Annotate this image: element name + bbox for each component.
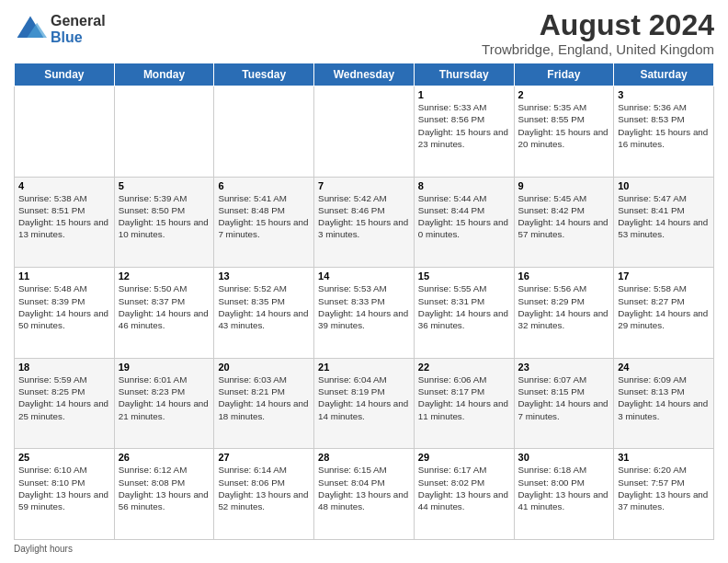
- calendar-cell: 26Sunrise: 6:12 AM Sunset: 8:08 PM Dayli…: [114, 449, 214, 540]
- calendar-cell: [114, 86, 214, 178]
- calendar-cell: 1Sunrise: 5:33 AM Sunset: 8:56 PM Daylig…: [414, 86, 514, 178]
- day-info: Sunrise: 5:35 AM Sunset: 8:55 PM Dayligh…: [518, 101, 610, 150]
- logo-blue-text: Blue: [51, 29, 106, 46]
- calendar-cell: 17Sunrise: 5:58 AM Sunset: 8:27 PM Dayli…: [614, 268, 714, 359]
- calendar-week-5: 25Sunrise: 6:10 AM Sunset: 8:10 PM Dayli…: [15, 449, 714, 540]
- logo-icon: [14, 13, 47, 46]
- day-number: 3: [618, 89, 710, 100]
- day-number: 30: [518, 452, 610, 463]
- day-info: Sunrise: 6:07 AM Sunset: 8:15 PM Dayligh…: [518, 373, 610, 422]
- calendar-cell: 28Sunrise: 6:15 AM Sunset: 8:04 PM Dayli…: [314, 449, 415, 540]
- day-number: 12: [119, 270, 210, 282]
- calendar-cell: 11Sunrise: 5:48 AM Sunset: 8:39 PM Dayli…: [15, 268, 115, 359]
- day-number: 18: [18, 362, 110, 373]
- calendar-table: SundayMondayTuesdayWednesdayThursdayFrid…: [14, 63, 714, 540]
- calendar-cell: 14Sunrise: 5:53 AM Sunset: 8:33 PM Dayli…: [314, 268, 415, 359]
- day-number: 22: [418, 362, 510, 373]
- day-info: Sunrise: 5:47 AM Sunset: 8:41 PM Dayligh…: [618, 192, 710, 241]
- day-info: Sunrise: 6:18 AM Sunset: 8:00 PM Dayligh…: [518, 464, 610, 512]
- day-number: 23: [518, 362, 610, 373]
- calendar-cell: 8Sunrise: 5:44 AM Sunset: 8:44 PM Daylig…: [414, 177, 514, 268]
- calendar-cell: 25Sunrise: 6:10 AM Sunset: 8:10 PM Dayli…: [15, 449, 115, 540]
- col-header-sunday: Sunday: [15, 63, 115, 86]
- day-number: 29: [418, 452, 510, 463]
- calendar-cell: [15, 86, 115, 178]
- day-info: Sunrise: 5:52 AM Sunset: 8:35 PM Dayligh…: [218, 282, 310, 331]
- day-number: 17: [618, 270, 710, 282]
- day-info: Sunrise: 6:03 AM Sunset: 8:21 PM Dayligh…: [218, 373, 310, 422]
- day-number: 9: [518, 180, 610, 191]
- day-number: 10: [618, 180, 710, 191]
- day-number: 8: [418, 180, 510, 191]
- calendar-cell: 5Sunrise: 5:39 AM Sunset: 8:50 PM Daylig…: [114, 177, 214, 268]
- day-number: 31: [618, 452, 710, 463]
- day-info: Sunrise: 6:01 AM Sunset: 8:23 PM Dayligh…: [119, 373, 210, 422]
- day-info: Sunrise: 5:48 AM Sunset: 8:39 PM Dayligh…: [18, 282, 110, 331]
- day-number: 24: [618, 362, 710, 373]
- calendar-week-1: 1Sunrise: 5:33 AM Sunset: 8:56 PM Daylig…: [15, 86, 714, 178]
- day-number: 20: [218, 362, 310, 373]
- day-info: Sunrise: 6:14 AM Sunset: 8:06 PM Dayligh…: [218, 464, 310, 512]
- col-header-wednesday: Wednesday: [314, 63, 415, 86]
- calendar-cell: 23Sunrise: 6:07 AM Sunset: 8:15 PM Dayli…: [514, 358, 614, 449]
- calendar-cell: 16Sunrise: 5:56 AM Sunset: 8:29 PM Dayli…: [514, 268, 614, 359]
- calendar-cell: 10Sunrise: 5:47 AM Sunset: 8:41 PM Dayli…: [614, 177, 714, 268]
- day-info: Sunrise: 6:04 AM Sunset: 8:19 PM Dayligh…: [318, 373, 410, 422]
- day-number: 21: [318, 362, 410, 373]
- day-info: Sunrise: 5:42 AM Sunset: 8:46 PM Dayligh…: [318, 192, 410, 241]
- day-info: Sunrise: 5:39 AM Sunset: 8:50 PM Dayligh…: [119, 192, 210, 241]
- day-info: Sunrise: 5:53 AM Sunset: 8:33 PM Dayligh…: [318, 282, 410, 331]
- day-info: Sunrise: 5:58 AM Sunset: 8:27 PM Dayligh…: [618, 282, 710, 331]
- day-number: 28: [318, 452, 410, 463]
- col-header-saturday: Saturday: [614, 63, 714, 86]
- calendar-cell: 22Sunrise: 6:06 AM Sunset: 8:17 PM Dayli…: [414, 358, 514, 449]
- calendar-cell: 19Sunrise: 6:01 AM Sunset: 8:23 PM Dayli…: [114, 358, 214, 449]
- calendar-cell: 29Sunrise: 6:17 AM Sunset: 8:02 PM Dayli…: [414, 449, 514, 540]
- day-number: 2: [518, 89, 610, 100]
- day-info: Sunrise: 5:45 AM Sunset: 8:42 PM Dayligh…: [518, 192, 610, 241]
- calendar-cell: [314, 86, 415, 178]
- footer-text: Daylight hours: [14, 544, 73, 554]
- calendar-cell: 12Sunrise: 5:50 AM Sunset: 8:37 PM Dayli…: [114, 268, 214, 359]
- calendar-cell: 3Sunrise: 5:36 AM Sunset: 8:53 PM Daylig…: [614, 86, 714, 178]
- calendar-cell: 27Sunrise: 6:14 AM Sunset: 8:06 PM Dayli…: [214, 449, 314, 540]
- calendar-cell: 6Sunrise: 5:41 AM Sunset: 8:48 PM Daylig…: [214, 177, 314, 268]
- calendar-week-4: 18Sunrise: 5:59 AM Sunset: 8:25 PM Dayli…: [15, 358, 714, 449]
- day-number: 11: [18, 270, 110, 282]
- day-info: Sunrise: 6:20 AM Sunset: 7:57 PM Dayligh…: [618, 464, 710, 512]
- day-info: Sunrise: 5:41 AM Sunset: 8:48 PM Dayligh…: [218, 192, 310, 241]
- calendar-week-3: 11Sunrise: 5:48 AM Sunset: 8:39 PM Dayli…: [15, 268, 714, 359]
- calendar-week-2: 4Sunrise: 5:38 AM Sunset: 8:51 PM Daylig…: [15, 177, 714, 268]
- calendar-header-row: SundayMondayTuesdayWednesdayThursdayFrid…: [15, 63, 714, 86]
- col-header-tuesday: Tuesday: [214, 63, 314, 86]
- footer-note: Daylight hours: [14, 544, 714, 554]
- page: General Blue August 2024 Trowbridge, Eng…: [0, 0, 728, 563]
- calendar-cell: 2Sunrise: 5:35 AM Sunset: 8:55 PM Daylig…: [514, 86, 614, 178]
- calendar-cell: 4Sunrise: 5:38 AM Sunset: 8:51 PM Daylig…: [15, 177, 115, 268]
- logo: General Blue: [14, 13, 106, 46]
- calendar-cell: 20Sunrise: 6:03 AM Sunset: 8:21 PM Dayli…: [214, 358, 314, 449]
- day-info: Sunrise: 6:06 AM Sunset: 8:17 PM Dayligh…: [418, 373, 510, 422]
- header: General Blue August 2024 Trowbridge, Eng…: [14, 9, 714, 57]
- day-number: 5: [119, 180, 210, 191]
- day-number: 19: [119, 362, 210, 373]
- col-header-monday: Monday: [114, 63, 214, 86]
- subtitle: Trowbridge, England, United Kingdom: [482, 41, 714, 57]
- day-number: 4: [18, 180, 110, 191]
- day-info: Sunrise: 5:55 AM Sunset: 8:31 PM Dayligh…: [418, 282, 510, 331]
- day-info: Sunrise: 5:50 AM Sunset: 8:37 PM Dayligh…: [119, 282, 210, 331]
- title-block: August 2024 Trowbridge, England, United …: [482, 9, 714, 57]
- day-number: 14: [318, 270, 410, 282]
- calendar-cell: 30Sunrise: 6:18 AM Sunset: 8:00 PM Dayli…: [514, 449, 614, 540]
- day-info: Sunrise: 6:17 AM Sunset: 8:02 PM Dayligh…: [418, 464, 510, 512]
- calendar-cell: 31Sunrise: 6:20 AM Sunset: 7:57 PM Dayli…: [614, 449, 714, 540]
- day-info: Sunrise: 5:59 AM Sunset: 8:25 PM Dayligh…: [18, 373, 110, 422]
- logo-text: General Blue: [51, 13, 106, 45]
- calendar-cell: 13Sunrise: 5:52 AM Sunset: 8:35 PM Dayli…: [214, 268, 314, 359]
- calendar-cell: 15Sunrise: 5:55 AM Sunset: 8:31 PM Dayli…: [414, 268, 514, 359]
- col-header-thursday: Thursday: [414, 63, 514, 86]
- day-number: 6: [218, 180, 310, 191]
- day-number: 27: [218, 452, 310, 463]
- day-info: Sunrise: 5:38 AM Sunset: 8:51 PM Dayligh…: [18, 192, 110, 241]
- day-info: Sunrise: 6:10 AM Sunset: 8:10 PM Dayligh…: [18, 464, 110, 512]
